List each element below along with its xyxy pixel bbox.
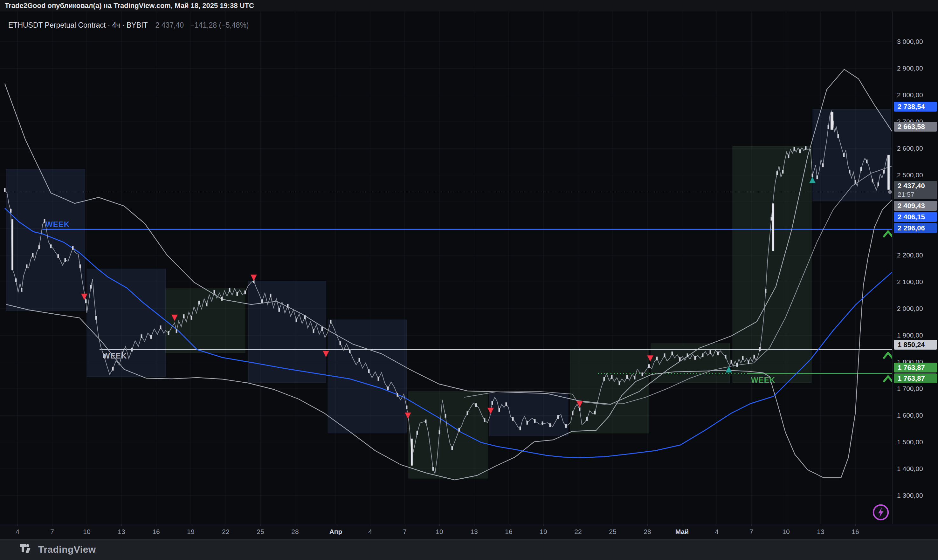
candle xyxy=(85,299,87,303)
weekly-range-box[interactable] xyxy=(733,146,812,383)
y-axis-tick: 1 300,00 xyxy=(897,492,923,499)
y-axis-tick: 1 600,00 xyxy=(897,412,923,419)
candle xyxy=(799,149,801,153)
weekly-range-box[interactable] xyxy=(87,269,166,377)
y-axis-tick: 1 700,00 xyxy=(897,385,923,392)
symbol-text: ETHUSDT Perpetual Contract · 4ч · BYBIT xyxy=(8,21,148,29)
x-axis-tick: 22 xyxy=(222,528,229,535)
candle xyxy=(322,327,323,331)
x-axis-tick: 4 xyxy=(368,528,372,535)
candle-large xyxy=(11,219,13,270)
candle xyxy=(131,348,133,352)
publisher-text: Trade2Good опубликовал(а) на TradingView… xyxy=(5,2,254,9)
week-label-green: WEEK xyxy=(751,376,775,385)
candle xyxy=(10,209,12,212)
chart-canvas[interactable]: ETHUSDT Perpetual Contract · 4ч · BYBIT … xyxy=(0,11,938,540)
x-axis-tickmark xyxy=(191,524,191,526)
candle xyxy=(828,125,829,129)
price-badge: 2 409,43 xyxy=(894,201,937,211)
candle xyxy=(425,420,427,423)
candle xyxy=(445,414,447,418)
last-price-dot xyxy=(888,190,892,194)
candle xyxy=(199,301,200,305)
candle xyxy=(349,349,351,353)
candle xyxy=(725,355,727,358)
candle xyxy=(21,288,23,292)
candle xyxy=(270,294,271,297)
footer-bar: TradingView xyxy=(0,540,938,560)
candle xyxy=(141,334,142,338)
time-axis[interactable]: 4710131619222528Апр4710131619222528Май47… xyxy=(0,524,938,540)
x-axis-tick: Апр xyxy=(330,528,342,535)
candle xyxy=(505,402,507,406)
symbol-title: ETHUSDT Perpetual Contract · 4ч · BYBIT … xyxy=(8,21,249,29)
candle xyxy=(759,347,761,351)
candle xyxy=(359,358,360,362)
candle xyxy=(586,417,588,421)
y-axis-tick: 1 900,00 xyxy=(897,331,923,339)
x-axis-tick: 28 xyxy=(291,528,299,535)
candle xyxy=(150,335,152,339)
candle xyxy=(717,352,719,355)
x-axis-tickmark xyxy=(439,524,440,526)
candle xyxy=(406,406,408,409)
weekly-range-box[interactable] xyxy=(166,289,245,353)
price-plot[interactable] xyxy=(0,11,938,524)
weekly-range-box[interactable] xyxy=(570,349,649,433)
candle xyxy=(550,423,551,427)
x-axis-tick: 25 xyxy=(609,528,616,535)
candle xyxy=(15,278,17,282)
header-change: −141,28 (−5,48%) xyxy=(190,21,249,29)
x-axis-tick: 16 xyxy=(505,528,512,535)
candle xyxy=(748,360,749,364)
price-badge: 2 738,54 xyxy=(894,102,937,112)
candle xyxy=(594,411,596,414)
candle xyxy=(378,377,379,381)
boost-lightning-icon[interactable] xyxy=(872,503,890,521)
candle xyxy=(26,265,28,268)
candle xyxy=(459,428,460,432)
candle xyxy=(883,170,885,174)
candle xyxy=(304,315,306,319)
candle xyxy=(855,180,856,184)
candle xyxy=(279,308,280,312)
publisher-bar: Trade2Good опубликовал(а) на TradingView… xyxy=(0,0,938,11)
candle xyxy=(805,146,807,150)
candle xyxy=(558,415,559,419)
y-axis-tick: 1 500,00 xyxy=(897,438,923,446)
x-axis-tick: 25 xyxy=(257,528,264,535)
x-axis-tick: 13 xyxy=(817,528,824,535)
candle xyxy=(287,304,289,308)
price-badge: 2 406,15 xyxy=(894,212,937,222)
candle xyxy=(794,147,795,151)
candle xyxy=(579,408,581,411)
sell-marker-icon[interactable] xyxy=(251,275,257,281)
price-badge: 1 850,24 xyxy=(894,340,937,349)
price-badge: 2 296,06 xyxy=(894,223,937,233)
candle xyxy=(57,254,59,258)
candle xyxy=(50,245,52,248)
candle-large xyxy=(830,112,833,130)
weekly-range-box[interactable] xyxy=(489,394,568,436)
candle xyxy=(872,178,873,182)
x-axis-tickmark xyxy=(260,524,261,526)
candle xyxy=(648,364,650,368)
candle xyxy=(214,290,215,294)
candle xyxy=(695,356,696,360)
header-last-price: 2 437,40 xyxy=(155,21,184,29)
candle xyxy=(788,154,790,158)
y-axis-tick: 2 000,00 xyxy=(897,305,923,312)
candle-large xyxy=(887,155,890,190)
x-axis-tickmark xyxy=(855,524,856,526)
y-axis-tick: 2 500,00 xyxy=(897,171,923,179)
price-axis[interactable]: 3 000,002 900,002 800,002 700,002 600,00… xyxy=(892,11,938,524)
candle xyxy=(626,375,628,379)
candle xyxy=(664,354,665,357)
candle xyxy=(753,355,755,358)
candle xyxy=(387,386,389,390)
candle xyxy=(330,320,332,323)
candle xyxy=(860,167,862,171)
tradingview-logo[interactable]: TradingView xyxy=(20,544,96,555)
y-axis-tick: 2 100,00 xyxy=(897,278,923,286)
candle xyxy=(534,419,536,423)
